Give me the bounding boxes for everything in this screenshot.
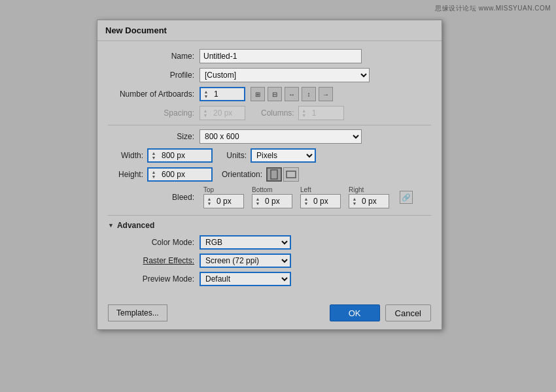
ok-button[interactable]: OK [330,304,380,321]
dialog-body: Name: Profile: [Custom] Print Web Mobile… [97,41,442,298]
bleed-left-label: Left [300,186,311,193]
arrange-grid-icon[interactable]: ⊞ [251,87,265,101]
bleed-section: Bleed: Top ▲ ▼ Bottom [108,186,431,208]
artboards-down-arrow[interactable]: ▼ [204,94,209,99]
landscape-orientation-btn[interactable] [283,167,299,182]
orientation-label: Orientation: [222,170,262,179]
raster-effects-label: Raster Effects: [108,256,200,265]
svg-rect-0 [271,170,277,179]
bleed-left-arrows[interactable]: ▲ ▼ [301,197,311,206]
bleed-label: Bleed: [108,193,200,202]
divider-1 [108,125,431,125]
arrange-columns-icon[interactable]: ⊟ [268,87,282,101]
name-row: Name: [108,49,431,63]
columns-label: Columns: [261,108,294,118]
artboards-input[interactable] [211,90,241,99]
artboards-spinner-arrows[interactable]: ▲ ▼ [201,90,211,99]
bleed-right-input[interactable] [360,197,389,206]
artboards-label: Number of Artboards: [108,90,200,99]
bleed-bottom-field: Bottom ▲ ▼ [252,186,292,208]
height-input[interactable] [159,170,211,179]
color-mode-row: Color Mode: RGB CMYK Grayscale [108,235,431,250]
footer-right-buttons: OK Cancel [330,304,431,321]
bleed-bottom-input[interactable] [263,197,292,206]
bleed-link-btn[interactable]: 🔗 [400,191,413,204]
cancel-button[interactable]: Cancel [385,304,431,321]
bleed-right-down[interactable]: ▼ [353,201,357,206]
width-input[interactable] [159,151,211,160]
profile-select[interactable]: [Custom] Print Web Mobile Video and Film… [200,68,370,82]
width-up-down[interactable]: ▲ ▼ [148,151,159,160]
spacing-up-arrow: ▲ [203,108,208,113]
arrange-right-icon[interactable]: ↔ [285,87,299,101]
advanced-rows: Color Mode: RGB CMYK Grayscale Raster Ef… [108,235,431,286]
bleed-right-up[interactable]: ▲ [353,197,357,201]
artboard-layout-icons: ⊞ ⊟ ↔ ↕ → [251,87,333,101]
bleed-top-label: Top [203,186,214,193]
height-up-arrow[interactable]: ▲ [152,170,156,174]
bleed-left-spinner[interactable]: ▲ ▼ [300,194,341,208]
bleed-left-field: Left ▲ ▼ [300,186,341,208]
profile-label: Profile: [108,71,200,80]
bleed-row: Bleed: Top ▲ ▼ Bottom [108,186,431,208]
arrange-last-icon[interactable]: → [319,87,333,101]
templates-button[interactable]: Templates... [108,304,167,321]
bleed-right-label: Right [349,186,364,193]
divider-2 [108,215,431,216]
spacing-down-arrow: ▼ [203,113,208,118]
width-label: Width: [108,151,147,160]
bleed-bottom-label: Bottom [252,186,273,193]
raster-effects-select[interactable]: Screen (72 ppi) Medium (150 ppi) High (3… [200,253,291,268]
spacing-spinner: ▲ ▼ [200,106,245,120]
units-select[interactable]: Pixels Inches Centimeters Millimeters Po… [251,148,316,163]
bleed-top-input[interactable] [215,197,243,206]
preview-mode-select[interactable]: Default Pixel Overprint [200,272,291,286]
columns-down-arrow: ▼ [302,113,306,118]
height-spinner[interactable]: ▲ ▼ [147,167,213,182]
watermark-text: 思缘设计论坛 www.MISSYUAN.COM [435,4,551,13]
bleed-right-spinner[interactable]: ▲ ▼ [349,194,389,208]
height-down-arrow[interactable]: ▼ [152,174,156,179]
size-select[interactable]: 800 x 600 1024 x 768 1280 x 1024 1920 x … [200,129,362,144]
size-label: Size: [108,132,200,141]
width-up-arrow[interactable]: ▲ [152,151,156,155]
dialog-footer: Templates... OK Cancel [97,298,442,329]
advanced-header[interactable]: ▼ Advanced [108,221,431,230]
bleed-left-input[interactable] [311,197,340,206]
columns-spinner: ▲ ▼ [298,106,344,120]
bleed-left-up[interactable]: ▲ [304,197,309,201]
name-label: Name: [108,52,200,61]
height-label: Height: [108,170,147,179]
portrait-icon [270,169,278,180]
columns-up-arrow: ▲ [302,108,306,113]
bleed-bottom-up[interactable]: ▲ [256,197,260,201]
bleed-top-down[interactable]: ▼ [207,201,212,206]
portrait-orientation-btn[interactable] [266,167,282,182]
advanced-label: Advanced [117,221,154,230]
units-label: Units: [218,151,251,160]
width-down-arrow[interactable]: ▼ [152,155,156,160]
artboards-spinner[interactable]: ▲ ▼ [200,87,245,101]
height-up-down[interactable]: ▲ ▼ [148,170,159,179]
spacing-input [211,108,241,118]
bleed-top-arrows[interactable]: ▲ ▼ [204,197,215,206]
columns-input [309,108,339,118]
name-input[interactable] [200,49,362,63]
color-mode-select[interactable]: RGB CMYK Grayscale [200,235,291,250]
bleed-bottom-down[interactable]: ▼ [256,201,260,206]
bleed-top-up[interactable]: ▲ [207,197,212,201]
artboards-row: Number of Artboards: ▲ ▼ ⊞ ⊟ ↔ ↕ → [108,87,431,101]
bleed-bottom-arrows[interactable]: ▲ ▼ [252,197,263,206]
bleed-bottom-spinner[interactable]: ▲ ▼ [252,194,292,208]
bleed-right-arrows[interactable]: ▲ ▼ [349,197,360,206]
bleed-group: Top ▲ ▼ Bottom ▲ [203,186,431,208]
preview-mode-label: Preview Mode: [108,274,200,284]
arrange-down-icon[interactable]: ↕ [302,87,316,101]
bleed-left-down[interactable]: ▼ [304,201,309,206]
bleed-right-field: Right ▲ ▼ [349,186,389,208]
color-mode-label: Color Mode: [108,238,200,247]
artboards-up-arrow[interactable]: ▲ [204,90,209,94]
spacing-spinner-arrows: ▲ ▼ [200,108,211,118]
bleed-top-spinner[interactable]: ▲ ▼ [203,194,244,208]
width-spinner[interactable]: ▲ ▼ [147,148,213,163]
